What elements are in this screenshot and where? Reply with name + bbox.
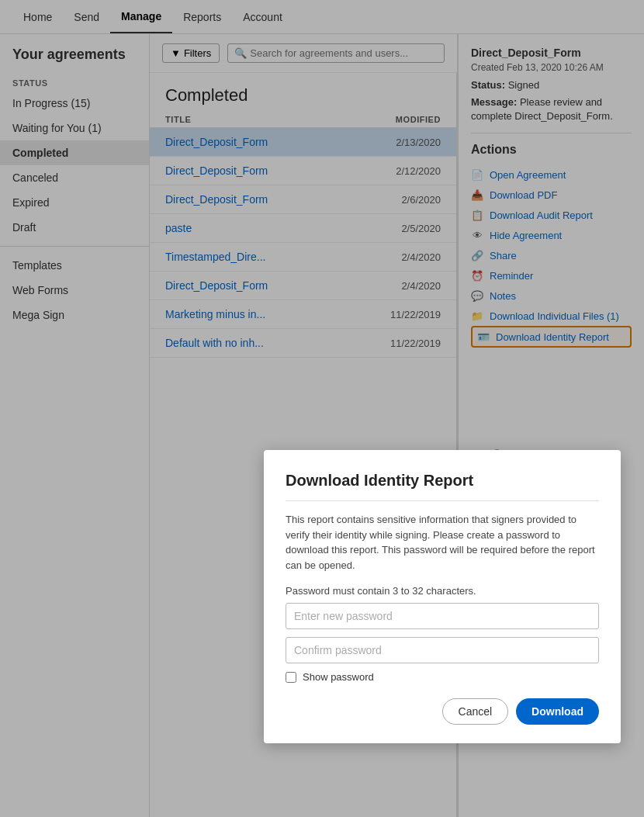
cancel-button[interactable]: Cancel xyxy=(442,698,509,725)
download-button[interactable]: Download xyxy=(516,698,599,725)
show-password-row: Show password xyxy=(286,671,599,683)
modal-overlay: Download Identity Report This report con… xyxy=(0,0,644,817)
show-password-checkbox[interactable] xyxy=(286,672,296,683)
show-password-label[interactable]: Show password xyxy=(303,671,374,683)
modal-description: This report contains sensitive informati… xyxy=(286,512,599,573)
download-identity-modal: Download Identity Report This report con… xyxy=(264,450,621,743)
modal-buttons: Cancel Download xyxy=(286,698,599,725)
modal-divider xyxy=(286,500,599,501)
modal-title: Download Identity Report xyxy=(286,472,599,490)
modal-pw-label: Password must contain 3 to 32 characters… xyxy=(286,585,599,597)
new-password-input[interactable] xyxy=(286,603,599,629)
confirm-password-input[interactable] xyxy=(286,637,599,663)
